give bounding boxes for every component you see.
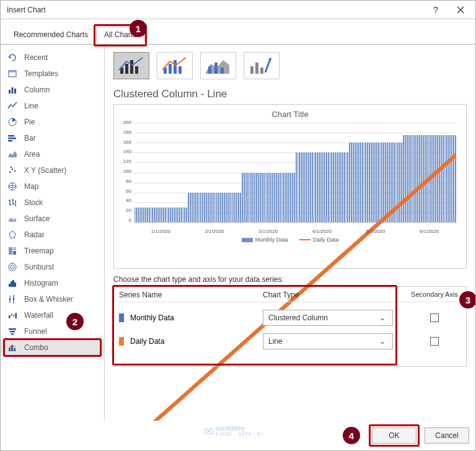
funnel-icon [7,326,18,337]
watermark-brand: exceldemy [216,425,262,432]
insert-chart-dialog: Insert Chart ? Recommended Charts All Ch… [0,0,476,451]
box-whisker-icon [7,294,18,305]
combo-subtype-name: Clustered Column - Line [113,88,467,100]
chart-body: 200180160140120100806040200 1/1/20202/1/… [131,120,459,235]
sidebar-item-label: Area [24,150,40,159]
watermark-logo-icon [205,426,213,435]
pie-icon [7,116,18,128]
svg-rect-44 [214,63,218,74]
svg-rect-22 [14,282,16,287]
combo-subtype-icon [118,55,145,76]
column-icon [7,84,18,95]
sidebar-item-treemap[interactable]: Treemap [1,243,104,259]
sidebar-item-sunburst[interactable]: Sunburst [1,259,104,275]
sidebar-item-box-whisker[interactable]: Box & Whisker [1,291,104,307]
svg-rect-15 [13,247,16,250]
map-icon [7,181,18,192]
callout-highlight-2 [3,338,102,357]
svg-point-18 [11,265,14,269]
svg-rect-38 [135,66,138,74]
subtype-clustered-column-line[interactable] [113,52,149,79]
svg-rect-6 [8,135,14,137]
templates-icon [7,68,18,79]
callout-badge-4: 4 [343,427,360,444]
sidebar-item-label: Stock [24,198,43,207]
sidebar-item-histogram[interactable]: Histogram [1,275,104,291]
combo-subtype-icon [161,55,188,76]
sidebar-item-line[interactable]: Line [1,98,104,114]
svg-rect-20 [11,281,12,287]
close-button[interactable] [448,1,473,19]
sidebar-item-label: Waterfall [24,311,53,320]
treemap-icon [7,245,18,256]
chart-preview: Chart Title 200180160140120100806040200 … [113,104,467,269]
svg-rect-21 [12,280,14,287]
sidebar-item-label: Column [24,85,50,94]
sidebar-item-stock[interactable]: Stock [1,195,104,211]
sidebar-item-label: Bar [24,134,36,142]
sidebar-item-bar[interactable]: Bar [1,130,104,146]
sidebar-item-label: Treemap [24,247,54,255]
combo-subtype-row [113,52,467,79]
sidebar-item-map[interactable]: Map [1,178,104,195]
svg-rect-16 [13,251,16,255]
sidebar-item-waterfall[interactable]: Waterfall [1,307,104,323]
callout-highlight-3 [112,285,397,366]
line-icon [7,100,18,112]
svg-rect-42 [178,66,182,74]
cancel-button[interactable]: Cancel [425,427,469,444]
sidebar-item-pie[interactable]: Pie [1,114,104,130]
svg-rect-47 [255,63,258,74]
sidebar-item-label: X Y (Scatter) [24,166,66,175]
line-series [134,123,456,421]
sidebar-item-area[interactable]: Area [1,146,104,162]
area-icon [7,149,18,160]
svg-rect-23 [9,298,11,300]
svg-rect-2 [9,90,11,94]
sidebar-item-radar[interactable]: Radar [1,227,104,243]
title-bar: Insert Chart ? [1,1,475,19]
main-panel: Clustered Column - Line Chart Title 2001… [105,45,475,421]
svg-point-17 [9,263,16,271]
svg-rect-43 [208,66,211,74]
secondary-axis-checkbox-daily[interactable] [430,337,439,346]
svg-rect-25 [9,315,11,318]
svg-rect-8 [8,140,12,142]
tab-recommended-charts[interactable]: Recommended Charts [6,27,96,44]
combo-subtype-icon [248,55,275,76]
watermark: exceldemy EXCEL · DATA · BI [205,425,262,436]
sunburst-icon [7,261,18,273]
help-button[interactable]: ? [423,1,448,19]
svg-rect-30 [10,331,15,333]
subtype-clustered-column-line-secondary[interactable] [157,52,193,79]
svg-rect-48 [260,68,263,74]
radar-icon [7,229,18,240]
subtype-custom-combo[interactable] [244,52,280,79]
sidebar-item-surface[interactable]: Surface [1,211,104,227]
histogram-icon [7,278,18,289]
sidebar-item-funnel[interactable]: Funnel [1,323,104,339]
svg-point-10 [12,169,14,170]
watermark-tag: EXCEL · DATA · BI [216,432,262,436]
combo-subtype-icon [205,55,232,76]
sidebar-item-label: Histogram [24,279,58,287]
dialog-title: Insert Chart [7,6,423,14]
secondary-axis-checkbox-monthly[interactable] [430,313,439,322]
svg-point-12 [11,167,12,169]
subtype-stacked-area-column[interactable] [200,52,236,79]
tab-bar: Recommended Charts All Charts 1 [1,27,475,44]
sidebar-item-templates[interactable]: Templates [1,66,104,82]
sidebar-item-column[interactable]: Column [1,82,104,98]
sidebar-item-recent[interactable]: Recent [1,50,104,66]
svg-rect-45 [221,68,224,74]
sidebar-item-scatter[interactable]: X Y (Scatter) [1,162,104,178]
svg-rect-4 [14,89,16,94]
sidebar-item-label: Funnel [24,327,47,336]
surface-icon [7,213,18,224]
sidebar-item-label: Surface [24,214,50,223]
series-config-box: Series Name Chart Type Secondary Axis Mo… [113,286,467,367]
svg-rect-37 [130,60,133,74]
ok-button[interactable]: OK [372,427,416,444]
sidebar-item-label: Sunburst [24,263,54,271]
svg-rect-7 [8,138,16,139]
